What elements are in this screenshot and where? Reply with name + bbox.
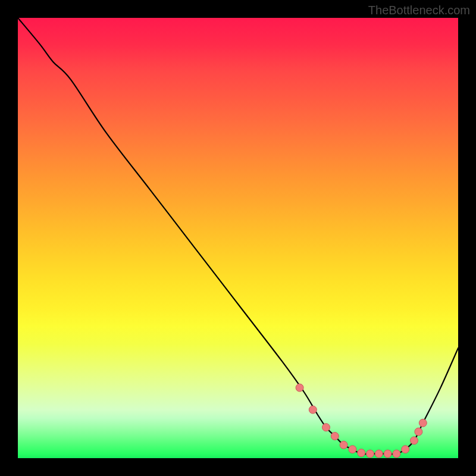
marker-group (296, 384, 427, 458)
marker-point (358, 449, 365, 457)
marker-point (331, 433, 339, 440)
marker-point (309, 406, 317, 414)
bottleneck-curve-path (18, 18, 458, 454)
marker-point (419, 419, 427, 427)
marker-point (375, 450, 383, 458)
marker-point (411, 437, 418, 444)
curve-svg (18, 18, 458, 458)
marker-point (402, 446, 409, 453)
plot-area (18, 18, 458, 458)
marker-point (296, 384, 303, 392)
marker-point (367, 450, 374, 458)
marker-point (415, 428, 422, 436)
marker-point (393, 450, 400, 458)
marker-point (322, 424, 330, 431)
marker-point (384, 450, 392, 458)
watermark-text: TheBottleneck.com (368, 4, 470, 17)
marker-point (340, 441, 347, 449)
chart-frame: TheBottleneck.com (0, 0, 476, 476)
marker-point (349, 446, 356, 453)
